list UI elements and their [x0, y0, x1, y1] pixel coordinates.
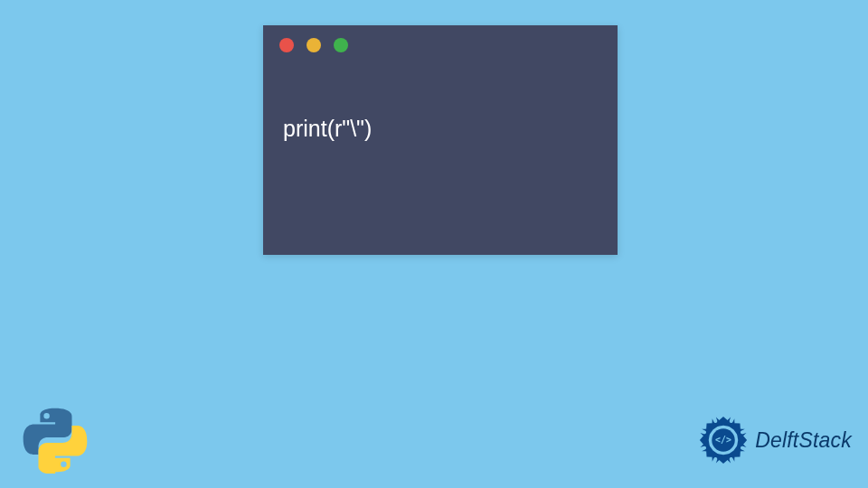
close-icon	[279, 38, 294, 52]
minimize-icon	[307, 38, 321, 52]
maximize-icon	[334, 38, 348, 52]
python-logo-icon	[22, 407, 89, 474]
delftstack-badge-icon: </>	[697, 414, 750, 466]
code-line: print(r"\")	[283, 116, 618, 142]
brand-name: DelftStack	[755, 428, 852, 453]
svg-text:</>: </>	[715, 435, 731, 445]
brand-area: </> DelftStack	[697, 414, 852, 466]
code-area: print(r"\")	[263, 65, 618, 142]
code-window: print(r"\")	[263, 25, 618, 255]
window-titlebar	[263, 25, 618, 65]
